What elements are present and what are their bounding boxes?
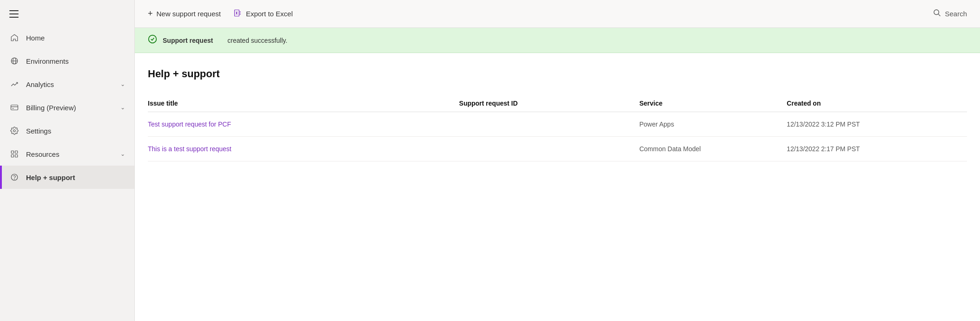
sidebar: Home Environments Analytics ⌄ bbox=[0, 0, 135, 321]
col-service: Service bbox=[639, 95, 787, 112]
toolbar: + New support request Export to Excel bbox=[135, 0, 980, 28]
export-to-excel-button[interactable]: Export to Excel bbox=[234, 9, 293, 19]
table-header: Issue title Support request ID Service C… bbox=[148, 95, 967, 112]
environments-icon bbox=[9, 56, 20, 66]
svg-rect-10 bbox=[15, 155, 18, 157]
svg-point-16 bbox=[149, 35, 157, 43]
table-body: Test support request for PCFPower Apps12… bbox=[148, 112, 967, 161]
success-rest-text: created successfully. bbox=[227, 37, 287, 44]
svg-point-12 bbox=[14, 179, 15, 179]
sidebar-item-resources-label: Resources bbox=[26, 150, 120, 158]
svg-line-15 bbox=[939, 14, 940, 16]
sidebar-item-help-support[interactable]: Help + support bbox=[0, 166, 134, 189]
svg-rect-7 bbox=[11, 151, 13, 153]
table-row: Test support request for PCFPower Apps12… bbox=[148, 112, 967, 137]
sidebar-item-help-support-label: Help + support bbox=[26, 174, 125, 181]
toolbar-left: + New support request Export to Excel bbox=[148, 9, 933, 19]
main-content: + New support request Export to Excel bbox=[135, 0, 980, 321]
home-icon bbox=[9, 33, 20, 43]
search-label: Search bbox=[945, 10, 967, 18]
sidebar-item-analytics-label: Analytics bbox=[26, 80, 120, 88]
sidebar-item-billing[interactable]: Billing (Preview) ⌄ bbox=[0, 96, 134, 119]
col-created-on: Created on bbox=[787, 95, 967, 112]
page-content: Help + support Issue title Support reque… bbox=[135, 53, 980, 321]
new-request-label: New support request bbox=[157, 10, 221, 18]
col-support-request-id: Support request ID bbox=[459, 95, 640, 112]
billing-chevron-icon: ⌄ bbox=[120, 104, 125, 111]
success-bold-text: Support request bbox=[163, 37, 213, 44]
created-on-cell: 12/13/2022 3:12 PM PST bbox=[787, 112, 967, 137]
table-row: This is a test support requestCommon Dat… bbox=[148, 137, 967, 161]
analytics-chevron-icon: ⌄ bbox=[120, 81, 125, 87]
sidebar-nav: Home Environments Analytics ⌄ bbox=[0, 26, 134, 321]
col-issue-title: Issue title bbox=[148, 95, 459, 112]
support-request-id-cell bbox=[459, 112, 640, 137]
sidebar-item-settings-label: Settings bbox=[26, 127, 125, 135]
excel-icon bbox=[234, 9, 242, 19]
sidebar-item-home-label: Home bbox=[26, 34, 125, 42]
search-button[interactable]: Search bbox=[933, 8, 967, 19]
service-cell: Power Apps bbox=[639, 112, 787, 137]
resources-chevron-icon: ⌄ bbox=[120, 151, 125, 157]
created-on-cell: 12/13/2022 2:17 PM PST bbox=[787, 137, 967, 161]
sidebar-item-analytics[interactable]: Analytics ⌄ bbox=[0, 73, 134, 96]
export-label: Export to Excel bbox=[246, 10, 293, 18]
svg-rect-3 bbox=[11, 105, 18, 110]
page-title: Help + support bbox=[148, 68, 967, 80]
help-support-icon bbox=[9, 172, 20, 182]
search-icon bbox=[933, 8, 941, 19]
support-request-id-cell bbox=[459, 137, 640, 161]
issue-title-cell[interactable]: This is a test support request bbox=[148, 137, 459, 161]
svg-point-6 bbox=[13, 130, 16, 132]
svg-point-14 bbox=[934, 10, 939, 15]
analytics-icon bbox=[9, 79, 20, 89]
issue-title-cell[interactable]: Test support request for PCF bbox=[148, 112, 459, 137]
service-cell: Common Data Model bbox=[639, 137, 787, 161]
sidebar-header bbox=[0, 0, 134, 26]
sidebar-item-billing-label: Billing (Preview) bbox=[26, 104, 120, 112]
sidebar-item-settings[interactable]: Settings bbox=[0, 119, 134, 142]
hamburger-menu-button[interactable] bbox=[9, 10, 19, 18]
svg-point-11 bbox=[11, 174, 18, 181]
sidebar-item-home[interactable]: Home bbox=[0, 26, 134, 49]
settings-icon bbox=[9, 126, 20, 136]
success-banner: Support request created successfully. bbox=[135, 28, 980, 53]
svg-rect-9 bbox=[11, 155, 13, 157]
sidebar-item-resources[interactable]: Resources ⌄ bbox=[0, 142, 134, 166]
svg-rect-8 bbox=[15, 151, 18, 153]
resources-icon bbox=[9, 149, 20, 159]
new-support-request-button[interactable]: + New support request bbox=[148, 9, 221, 19]
billing-icon bbox=[9, 102, 20, 113]
plus-icon: + bbox=[148, 9, 153, 19]
sidebar-item-environments[interactable]: Environments bbox=[0, 49, 134, 73]
success-message: Support request created successfully. bbox=[163, 37, 287, 44]
success-check-icon bbox=[148, 34, 157, 46]
support-table: Issue title Support request ID Service C… bbox=[148, 95, 967, 161]
sidebar-item-environments-label: Environments bbox=[26, 57, 125, 65]
